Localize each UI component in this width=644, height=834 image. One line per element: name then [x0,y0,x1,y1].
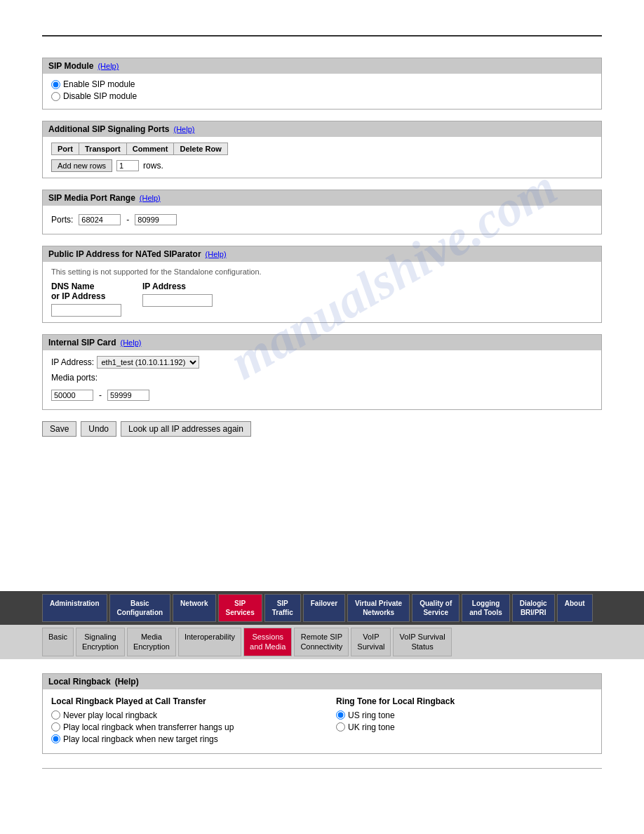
public-ip-header: Public IP Address for NATed SIParator (H… [43,246,601,262]
additional-ports-help[interactable]: (Help) [173,125,194,133]
ringback-never-row: Never play local ringback [51,710,308,720]
sip-module-header: SIP Module (Help) [43,58,601,74]
us-ring-radio[interactable] [336,710,345,720]
internal-sip-help[interactable]: (Help) [120,338,141,347]
main-content: SIP Module (Help) Enable SIP module Disa… [42,58,602,437]
subtab-basic[interactable]: Basic [42,628,74,656]
tab-about[interactable]: About [557,594,593,622]
disable-sip-label: Disable SIP module [63,91,137,101]
ip-address-row: IP Address: eth1_test (10.10.11.192) [51,356,593,369]
additional-ports-section: Additional SIP Signaling Ports (Help) Po… [42,121,602,178]
public-ip-title: Public IP Address for NATed SIParator [48,249,201,259]
col-comment: Comment [126,143,174,155]
dns-input[interactable] [51,304,121,317]
ringback-target-radio[interactable] [51,734,60,743]
col-transport: Transport [79,143,127,155]
additional-ports-title: Additional SIP Signaling Ports [48,124,169,134]
top-rule [42,35,602,37]
ringback-never-radio[interactable] [51,710,60,720]
add-new-rows-button[interactable]: Add new rows [51,159,112,172]
subtab-signaling-encryption[interactable]: SignalingEncryption [76,628,125,656]
subtab-media-encryption[interactable]: MediaEncryption [127,628,176,656]
ringback-transferrer-label: Play local ringback when transferrer han… [63,722,234,732]
uk-ring-row: UK ring tone [336,722,593,732]
tab-dialogic[interactable]: DialogicBRI/PRI [512,594,555,622]
tab-sip-services[interactable]: SIPServices [218,594,262,622]
tab-failover[interactable]: Failover [303,594,345,622]
ports-label: Ports: [51,215,73,225]
tab-network[interactable]: Network [173,594,215,622]
sip-module-body: Enable SIP module Disable SIP module [43,74,601,109]
additional-ports-header: Additional SIP Signaling Ports (Help) [43,121,601,137]
disable-sip-row: Disable SIP module [51,91,593,101]
tab-vpn[interactable]: Virtual PrivateNetworks [347,594,410,622]
ringback-never-label: Never play local ringback [63,710,157,720]
enable-sip-row: Enable SIP module [51,79,593,89]
media-ports-label: Media ports: [51,373,98,383]
internal-sip-section: Internal SIP Card (Help) IP Address: eth… [42,334,602,410]
internal-sip-title: Internal SIP Card [48,338,116,348]
subtab-voip-survival[interactable]: VoIPSurvival [351,628,391,656]
nat-table: DNS Nameor IP Address IP Address [51,282,593,317]
save-button[interactable]: Save [42,421,76,437]
lower-content: Local Ringback (Help) Local Ringback Pla… [42,673,602,754]
tab-qos[interactable]: Quality ofService [412,594,459,622]
ip-input[interactable] [142,294,213,307]
sip-module-title: SIP Module [48,61,93,71]
public-ip-help[interactable]: (Help) [206,250,227,258]
lookup-button[interactable]: Look up all IP addresses again [121,421,251,437]
subtab-sessions-media[interactable]: Sessionsand Media [243,628,292,656]
nav-bar: Administration BasicConfiguration Networ… [0,591,644,659]
bottom-nav-tabs: Basic SignalingEncryption MediaEncryptio… [0,625,644,659]
enable-sip-label: Enable SIP module [63,79,135,89]
ringback-transferrer-row: Play local ringback when transferrer han… [51,722,308,732]
ip-address-label: IP Address: [51,357,94,367]
col-delete: Delete Row [174,143,227,155]
additional-ports-body: Port Transport Comment Delete Row Add ne… [43,137,601,178]
media-port-range-help[interactable]: (Help) [140,194,161,202]
subtab-remote-sip[interactable]: Remote SIPConnectivity [294,628,349,656]
local-ringback-section: Local Ringback (Help) Local Ringback Pla… [42,673,602,754]
ringback-target-label: Play local ringback when new target ring… [63,734,218,744]
port-range-row: Ports: - [51,211,593,228]
port-to-input[interactable] [135,214,177,225]
uk-ring-radio[interactable] [336,722,345,732]
ip-address-select[interactable]: eth1_test (10.10.11.192) [97,356,199,369]
tab-basic-configuration[interactable]: BasicConfiguration [109,594,171,622]
ip-col-header: IP Address [142,282,213,291]
uk-ring-label: UK ring tone [348,722,395,732]
nat-description: This setting is not supported for the St… [51,267,593,276]
media-port-from-input[interactable] [51,390,93,401]
media-ports-label-row: Media ports: [51,373,593,383]
add-rows-input[interactable] [116,160,139,171]
ringback-transferrer-radio[interactable] [51,722,60,732]
media-port-to-input[interactable] [107,390,149,401]
col-port: Port [52,143,79,155]
ringback-body: Local Ringback Played at Call Transfer N… [43,689,601,753]
port-dash: - [126,215,129,225]
media-port-range-header: SIP Media Port Range (Help) [43,190,601,206]
enable-sip-radio[interactable] [51,80,60,89]
internal-sip-body: IP Address: eth1_test (10.10.11.192) Med… [43,350,601,409]
disable-sip-radio[interactable] [51,92,60,101]
undo-button[interactable]: Undo [81,421,116,437]
tab-logging[interactable]: Loggingand Tools [462,594,509,622]
ringback-right-col: Ring Tone for Local Ringback US ring ton… [336,696,593,746]
public-ip-section: Public IP Address for NATed SIParator (H… [42,246,602,323]
subtab-interoperability[interactable]: Interoperability [178,628,241,656]
ringback-title: Local Ringback [48,677,111,687]
tab-administration[interactable]: Administration [42,594,107,622]
media-port-range-body: Ports: - [43,206,601,234]
media-port-range-title: SIP Media Port Range [48,193,135,203]
internal-sip-header: Internal SIP Card (Help) [43,335,601,350]
port-from-input[interactable] [79,214,121,225]
bottom-rule [42,768,602,769]
subtab-voip-survival-status[interactable]: VoIP SurvivalStatus [393,628,451,656]
us-ring-label: US ring tone [348,710,395,720]
ringback-right-header: Ring Tone for Local Ringback [336,696,593,706]
ringback-help[interactable]: (Help) [115,677,139,687]
ringback-left-col: Local Ringback Played at Call Transfer N… [51,696,308,746]
sip-module-help[interactable]: (Help) [98,62,119,70]
tab-sip-traffic[interactable]: SIPTraffic [264,594,301,622]
action-buttons-row: Save Undo Look up all IP addresses again [42,421,602,437]
